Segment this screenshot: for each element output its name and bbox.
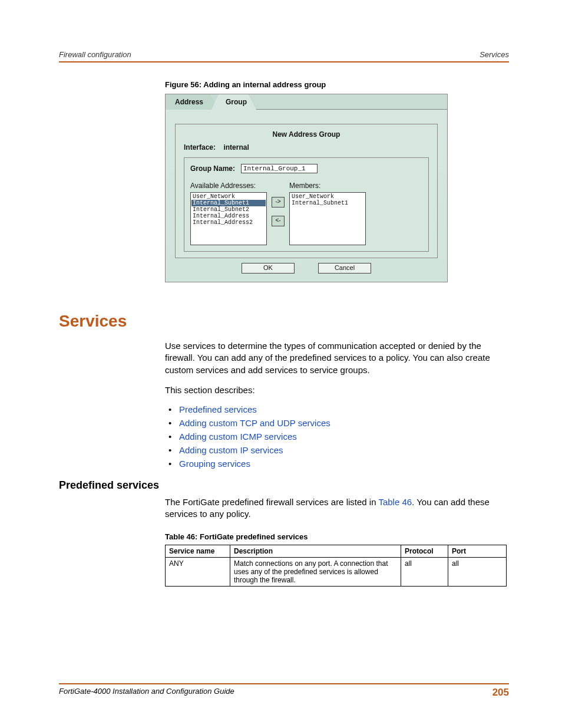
tab-group[interactable]: Group [211,94,256,110]
interface-row: Interface: internal [184,143,429,151]
page-header: Firewall configuration Services [59,50,509,62]
list-item[interactable]: User_Network [290,193,365,200]
list-item[interactable]: Internal_Subnet1 [191,200,266,206]
interface-value: internal [223,143,249,151]
link-grouping-services[interactable]: Grouping services [179,459,250,469]
header-left: Firewall configuration [59,50,131,59]
group-name-input[interactable]: Internal_Group_1 [241,164,318,173]
heading-services: Services [59,312,509,331]
list-item: Adding custom TCP and UDP services [179,418,509,428]
th-port: Port [448,545,507,557]
header-right: Services [480,50,509,59]
link-custom-tcp-udp[interactable]: Adding custom TCP and UDP services [179,418,330,428]
th-description: Description [230,545,401,557]
list-item[interactable]: Internal_Address [191,213,266,219]
members-label: Members: [289,182,366,190]
figure-caption: Figure 56: Adding an internal address gr… [165,80,509,89]
services-table: Service name Description Protocol Port A… [165,545,507,587]
interface-label: Interface: [184,143,216,151]
table-caption: Table 46: FortiGate predefined services [165,532,509,541]
tab-bar: Address Group [166,94,447,110]
footer-left: FortiGate-4000 Installation and Configur… [59,687,234,699]
cancel-button[interactable]: Cancel [318,263,371,274]
available-listbox[interactable]: User_NetworkInternal_Subnet1Internal_Sub… [190,192,267,245]
footer-page-number: 205 [492,687,509,699]
list-item[interactable]: Internal_Subnet2 [191,206,266,213]
table-row: ANY Match connections on any port. A con… [166,557,507,586]
services-para-1: Use services to determine the types of c… [165,340,509,376]
screenshot-address-group: Address Group New Address Group Interfac… [165,94,448,282]
link-custom-icmp[interactable]: Adding custom ICMP services [179,431,297,442]
th-service-name: Service name [166,545,230,557]
group-name-label: Group Name: [190,164,235,173]
link-table-46[interactable]: Table 46 [378,497,412,507]
available-label: Available Addresses: [190,182,267,190]
services-link-list: Predefined services Adding custom TCP an… [165,404,509,469]
ok-button[interactable]: OK [242,263,295,274]
predefined-para-a: The FortiGate predefined firewall servic… [165,497,378,507]
predefined-para: The FortiGate predefined firewall servic… [165,496,509,521]
link-predefined-services[interactable]: Predefined services [179,404,257,414]
heading-predefined: Predefined services [59,479,509,492]
group-name-row: Group Name: Internal_Group_1 [190,164,422,173]
td-description: Match connections on any port. A connect… [230,557,401,586]
th-protocol: Protocol [401,545,448,557]
list-item[interactable]: Internal_Address2 [191,219,266,226]
list-item: Adding custom IP services [179,445,509,455]
services-para-2: This section describes: [165,384,509,396]
move-right-button[interactable]: -> [272,197,285,207]
list-item: Adding custom ICMP services [179,431,509,442]
table-header-row: Service name Description Protocol Port [166,545,507,557]
list-item[interactable]: Internal_Subnet1 [290,200,365,206]
panel-title: New Address Group [184,130,429,139]
td-protocol: all [401,557,448,586]
page-footer: FortiGate-4000 Installation and Configur… [59,683,509,699]
tab-address[interactable]: Address [166,94,219,110]
panel-new-address-group: New Address Group Interface: internal Gr… [175,124,438,258]
list-item[interactable]: User_Network [191,193,266,200]
inner-panel: Group Name: Internal_Group_1 Available A… [184,157,429,252]
list-item: Predefined services [179,404,509,414]
move-left-button[interactable]: <- [272,216,285,226]
members-listbox[interactable]: User_NetworkInternal_Subnet1 [289,192,366,245]
list-item: Grouping services [179,459,509,469]
td-port: all [448,557,507,586]
td-service-name: ANY [166,557,230,586]
link-custom-ip[interactable]: Adding custom IP services [179,445,283,455]
